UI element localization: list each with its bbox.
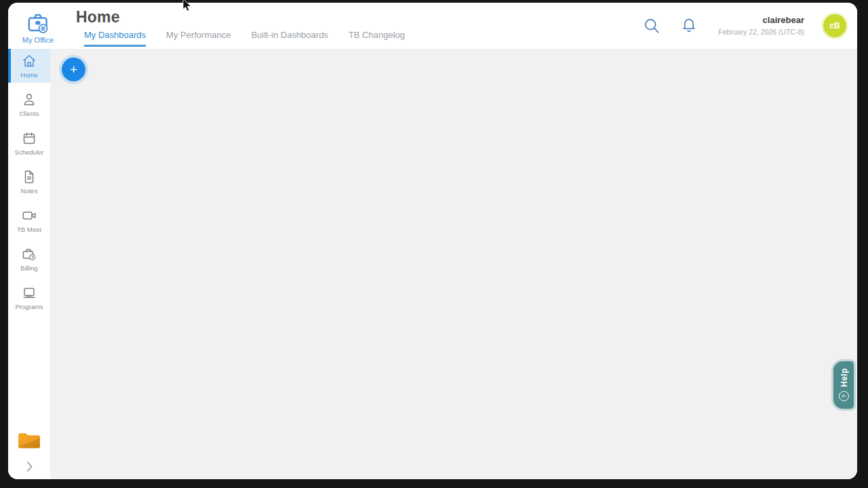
header-right: clairebear February 22, 2026 (UTC-8) cB: [642, 3, 857, 49]
help-button[interactable]: ? Help: [833, 361, 854, 409]
sidebar-item-label: TB Meet: [17, 226, 41, 233]
app-logo[interactable]: My Office: [8, 3, 68, 49]
plus-icon: +: [70, 63, 77, 76]
help-label: Help: [839, 368, 848, 387]
home-icon: [21, 53, 37, 69]
user-block: clairebear February 22, 2026 (UTC-8): [718, 15, 804, 37]
tab-my-performance[interactable]: My Performance: [166, 30, 231, 47]
tab-built-in-dashboards[interactable]: Built-in Dashboards: [251, 30, 328, 47]
sidebar-item-label: Clients: [19, 110, 39, 117]
sidebar-item-label: Home: [20, 71, 37, 79]
document-icon: [21, 169, 37, 185]
sidebar-item-home[interactable]: Home: [8, 49, 50, 83]
tab-my-dashboards[interactable]: My Dashboards: [84, 30, 146, 47]
folder-icon[interactable]: [16, 430, 42, 450]
app-window: My Office Home My Dashboards My Performa…: [8, 3, 857, 479]
tab-bar: My Dashboards My Performance Built-in Da…: [84, 30, 642, 47]
briefcase-icon: [26, 11, 50, 35]
header-main: Home My Dashboards My Performance Built-…: [68, 3, 642, 49]
calendar-icon: [21, 130, 37, 146]
sidebar-item-clients[interactable]: Clients: [8, 87, 50, 121]
help-inner: ? Help: [839, 368, 849, 401]
sidebar-item-billing[interactable]: Billing: [8, 242, 50, 276]
header: My Office Home My Dashboards My Performa…: [8, 3, 857, 49]
clients-icon: [21, 92, 37, 108]
sidebar-item-scheduler[interactable]: Scheduler: [8, 126, 50, 160]
sidebar-item-label: Notes: [21, 187, 38, 195]
search-icon[interactable]: [642, 16, 661, 35]
user-name: clairebear: [718, 15, 804, 26]
video-camera-icon: [21, 207, 37, 224]
logo-label: My Office: [22, 36, 54, 44]
add-dashboard-button[interactable]: +: [62, 58, 85, 81]
sidebar-item-label: Scheduler: [15, 148, 44, 156]
avatar[interactable]: cB: [823, 14, 846, 37]
body-row: Home Clients: [8, 49, 857, 479]
briefcase-clock-icon: [21, 246, 37, 262]
sidebar-item-label: Billing: [20, 264, 37, 272]
user-datetime: February 22, 2026 (UTC-8): [718, 28, 804, 37]
page-title: Home: [76, 8, 642, 26]
chevron-right-icon[interactable]: [22, 459, 37, 474]
sidebar-item-programs[interactable]: Programs: [8, 281, 50, 314]
sidebar-item-tb-meet[interactable]: TB Meet: [8, 203, 50, 237]
main-content: +: [50, 49, 857, 479]
sidebar-item-notes[interactable]: Notes: [8, 165, 50, 199]
laptop-icon: [21, 285, 37, 301]
tab-tb-changelog[interactable]: TB Changelog: [349, 30, 405, 47]
bell-icon[interactable]: [680, 16, 699, 35]
sidebar: Home Clients: [8, 49, 50, 479]
sidebar-item-label: Programs: [15, 303, 43, 310]
question-circle-icon: ?: [839, 392, 849, 402]
